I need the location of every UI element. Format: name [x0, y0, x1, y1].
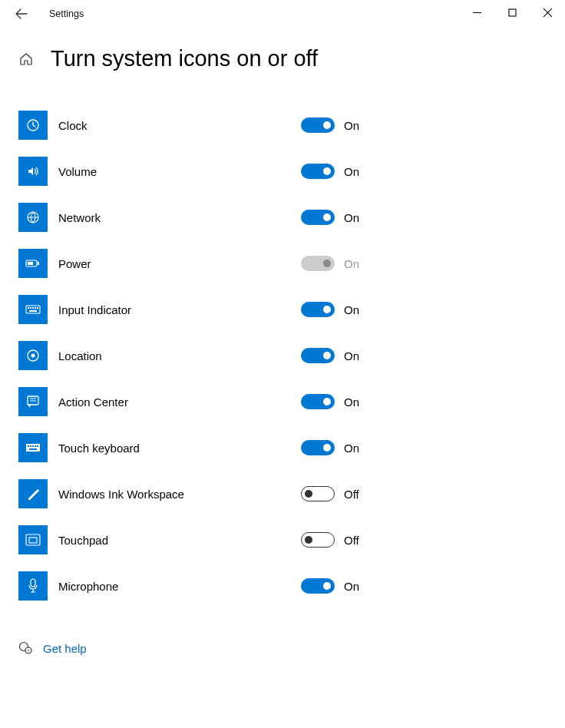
setting-label-location: Location	[58, 349, 258, 362]
toggle-cell-touchpad: Off	[301, 532, 359, 548]
touch-keyboard-icon	[18, 433, 48, 462]
get-help-link[interactable]: Get help	[43, 642, 87, 655]
network-icon	[18, 203, 48, 232]
svg-rect-9	[32, 307, 34, 309]
setting-row-power: PowerOn	[18, 240, 565, 286]
window-title: Settings	[49, 8, 84, 19]
toggle-cell-windows-ink: Off	[301, 486, 359, 501]
location-icon	[18, 341, 48, 370]
back-arrow-icon	[15, 8, 28, 20]
toggle-state-label-touch-keyboard: On	[344, 442, 359, 455]
svg-rect-6	[26, 306, 40, 313]
toggle-state-label-microphone: On	[344, 580, 359, 593]
setting-row-input-indicator: Input IndicatorOn	[18, 286, 565, 333]
svg-rect-17	[28, 445, 29, 447]
setting-label-power: Power	[58, 257, 258, 270]
setting-label-network: Network	[58, 211, 258, 224]
setting-label-touchpad: Touchpad	[58, 534, 258, 547]
svg-rect-19	[32, 445, 34, 447]
minimize-button[interactable]	[459, 0, 494, 25]
titlebar: Settings	[0, 0, 565, 28]
setting-label-volume: Volume	[58, 165, 258, 178]
svg-rect-10	[35, 307, 36, 309]
toggle-action-center[interactable]	[301, 394, 335, 409]
toggle-knob	[323, 121, 331, 129]
svg-rect-12	[29, 310, 37, 312]
toggle-windows-ink[interactable]	[301, 486, 335, 501]
toggle-state-label-clock: On	[344, 119, 359, 132]
toggle-cell-touch-keyboard: On	[301, 440, 359, 455]
ink-icon	[18, 479, 48, 508]
toggle-microphone[interactable]	[301, 578, 335, 594]
microphone-icon	[18, 571, 48, 601]
setting-label-clock: Clock	[58, 119, 258, 132]
svg-rect-4	[28, 262, 33, 265]
svg-rect-22	[29, 448, 37, 450]
svg-rect-20	[35, 445, 36, 447]
close-button[interactable]	[530, 0, 565, 25]
clock-icon	[18, 111, 48, 140]
toggle-volume[interactable]	[301, 164, 335, 179]
toggle-power	[301, 256, 335, 271]
maximize-button[interactable]	[494, 0, 530, 25]
settings-list: ClockOnVolumeOnNetworkOnPowerOnInput Ind…	[0, 102, 565, 609]
svg-rect-16	[26, 444, 40, 452]
page-header: Turn system icons on or off	[0, 46, 565, 71]
maximize-icon	[508, 8, 517, 17]
toggle-state-label-volume: On	[344, 165, 359, 178]
svg-rect-18	[30, 445, 31, 447]
setting-row-volume: VolumeOn	[18, 148, 565, 194]
toggle-knob	[323, 260, 331, 267]
toggle-cell-input-indicator: On	[301, 302, 359, 317]
toggle-knob	[323, 213, 331, 221]
toggle-touchpad[interactable]	[301, 532, 335, 548]
toggle-knob	[323, 352, 331, 359]
toggle-state-label-touchpad: Off	[344, 534, 359, 547]
setting-label-input-indicator: Input Indicator	[58, 303, 258, 316]
toggle-clock[interactable]	[301, 117, 335, 133]
setting-label-windows-ink: Windows Ink Workspace	[58, 488, 258, 501]
toggle-location[interactable]	[301, 348, 335, 363]
toggle-knob	[323, 444, 331, 452]
toggle-network[interactable]	[301, 210, 335, 225]
svg-rect-24	[29, 538, 37, 543]
setting-row-network: NetworkOn	[18, 194, 565, 240]
home-icon	[19, 52, 33, 66]
minimize-icon	[473, 8, 481, 17]
setting-row-microphone: MicrophoneOn	[18, 563, 565, 609]
setting-row-action-center: Action CenterOn	[18, 379, 565, 425]
toggle-cell-volume: On	[301, 164, 359, 179]
keyboard-icon	[18, 295, 48, 324]
setting-row-touchpad: TouchpadOff	[18, 517, 565, 563]
setting-row-clock: ClockOn	[18, 102, 565, 148]
home-button[interactable]	[18, 51, 34, 67]
toggle-knob	[305, 536, 312, 544]
help-row: ? Get help	[0, 641, 565, 655]
toggle-knob	[323, 582, 331, 590]
window-controls	[459, 0, 565, 25]
volume-icon	[18, 157, 48, 186]
svg-rect-23	[26, 534, 40, 545]
help-icon: ?	[18, 641, 32, 655]
svg-rect-7	[28, 307, 29, 309]
toggle-touch-keyboard[interactable]	[301, 440, 335, 455]
toggle-state-label-windows-ink: Off	[344, 488, 359, 501]
toggle-cell-microphone: On	[301, 578, 359, 594]
toggle-state-label-location: On	[344, 349, 359, 362]
setting-row-location: LocationOn	[18, 333, 565, 379]
toggle-cell-network: On	[301, 210, 359, 225]
toggle-cell-clock: On	[301, 117, 359, 133]
svg-rect-8	[30, 307, 31, 309]
svg-rect-11	[37, 307, 38, 309]
toggle-knob	[305, 490, 312, 498]
close-icon	[544, 8, 552, 17]
back-button[interactable]	[8, 0, 35, 28]
page-title: Turn system icons on or off	[51, 46, 318, 71]
toggle-knob	[323, 398, 331, 405]
svg-rect-21	[37, 445, 38, 447]
toggle-knob	[323, 306, 331, 313]
setting-row-windows-ink: Windows Ink WorkspaceOff	[18, 471, 565, 517]
toggle-state-label-network: On	[344, 211, 359, 224]
toggle-cell-action-center: On	[301, 394, 359, 409]
toggle-input-indicator[interactable]	[301, 302, 335, 317]
